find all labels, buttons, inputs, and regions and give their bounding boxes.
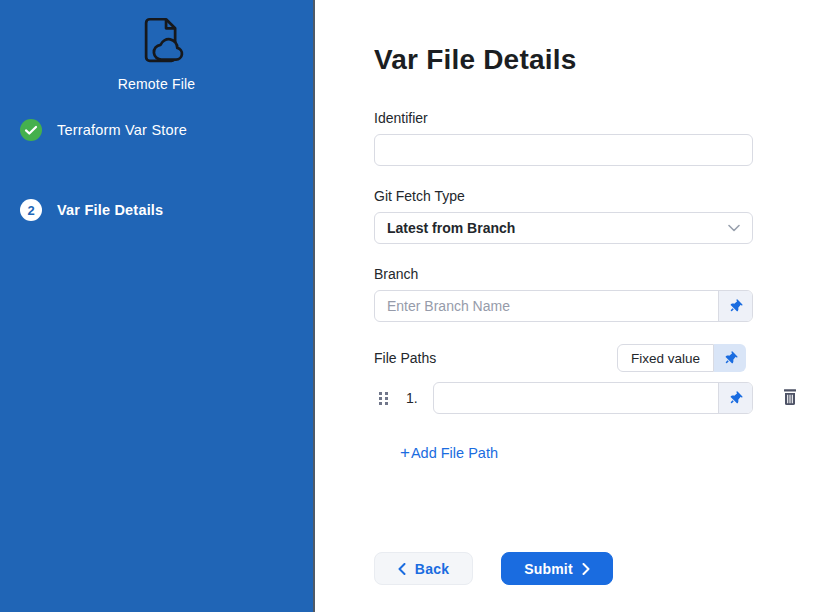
fixed-value-button[interactable]: Fixed value	[617, 344, 714, 372]
wizard-steps: Terraform Var Store 2 Var File Details	[0, 118, 313, 222]
branch-group: Branch	[374, 266, 753, 322]
drag-handle-icon[interactable]	[378, 391, 389, 406]
back-button-label: Back	[415, 561, 449, 577]
branch-input[interactable]	[374, 290, 753, 322]
chevron-left-icon	[398, 563, 406, 575]
chevron-right-icon	[582, 563, 590, 575]
remote-file-icon	[128, 56, 186, 73]
pin-icon	[726, 297, 744, 315]
identifier-input[interactable]	[374, 134, 753, 166]
wizard-type-label: Remote File	[0, 76, 313, 92]
git-fetch-type-label: Git Fetch Type	[374, 188, 753, 204]
file-path-pin-toggle[interactable]	[718, 383, 752, 413]
sidebar-item-terraform-var-store[interactable]: Terraform Var Store	[0, 118, 313, 142]
file-paths-pin-toggle[interactable]	[714, 344, 746, 372]
var-file-wizard: Remote File Terraform Var Store 2 Var Fi…	[0, 0, 836, 612]
delete-file-path-button[interactable]	[782, 388, 798, 409]
file-path-row: 1.	[374, 382, 834, 414]
git-fetch-type-value: Latest from Branch	[387, 220, 515, 236]
page-title: Var File Details	[374, 44, 836, 76]
add-file-path-button[interactable]: + Add File Path	[400, 444, 498, 461]
file-path-row-number: 1.	[406, 390, 420, 406]
step-number-badge: 2	[20, 199, 42, 221]
trash-icon	[782, 388, 798, 409]
identifier-group: Identifier	[374, 110, 753, 166]
pin-icon	[721, 349, 739, 367]
wizard-type-header: Remote File	[0, 0, 313, 92]
identifier-label: Identifier	[374, 110, 753, 126]
plus-icon: +	[400, 444, 410, 461]
step-label: Terraform Var Store	[57, 122, 187, 138]
var-file-details-form: Var File Details Identifier Git Fetch Ty…	[315, 0, 836, 612]
file-paths-value-type[interactable]: Fixed value	[617, 344, 746, 372]
submit-button-label: Submit	[524, 561, 573, 577]
check-icon	[20, 119, 42, 141]
chevron-down-icon	[728, 224, 740, 232]
submit-button[interactable]: Submit	[501, 552, 613, 585]
pin-icon	[726, 389, 744, 407]
back-button[interactable]: Back	[374, 552, 473, 585]
branch-pin-toggle[interactable]	[718, 291, 752, 321]
file-paths-group: File Paths Fixed value	[374, 344, 753, 462]
branch-label: Branch	[374, 266, 753, 282]
file-paths-label: File Paths	[374, 350, 436, 366]
wizard-sidebar: Remote File Terraform Var Store 2 Var Fi…	[0, 0, 315, 612]
form-actions: Back Submit	[374, 552, 613, 585]
sidebar-item-var-file-details[interactable]: 2 Var File Details	[0, 198, 313, 222]
git-fetch-type-select[interactable]: Latest from Branch	[374, 212, 753, 244]
git-fetch-type-group: Git Fetch Type Latest from Branch	[374, 188, 753, 244]
add-file-path-label: Add File Path	[411, 445, 498, 461]
file-path-input[interactable]	[433, 382, 753, 414]
step-label: Var File Details	[57, 202, 163, 218]
